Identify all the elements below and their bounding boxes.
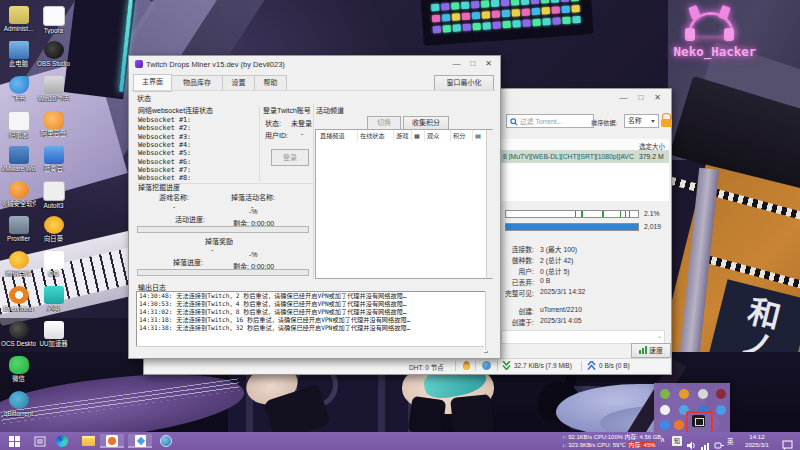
highlighted-tray-icon[interactable]: [692, 415, 705, 427]
minimize-icon[interactable]: —: [452, 59, 460, 69]
desktop-icon-lanzou[interactable]: 蓝奏云: [36, 146, 71, 172]
usb-icon[interactable]: [714, 436, 724, 450]
tray-icon-4[interactable]: [660, 405, 670, 415]
desktop-icon-obs[interactable]: OBS Studio: [36, 41, 71, 67]
minimize-to-tray-button[interactable]: 窗口最小化: [434, 75, 494, 91]
desktop-icon-typora[interactable]: Typora: [36, 6, 71, 34]
maximize-icon[interactable]: □: [638, 93, 643, 103]
clock-date: 2025/3/1: [737, 441, 777, 449]
typora-icon: [43, 6, 65, 26]
desktop-icon-everything[interactable]: Everything: [1, 286, 36, 312]
desktop-icon-aliyun[interactable]: 阿里云盘: [36, 111, 71, 137]
desktop-icon-label: OCS Desktop: [1, 340, 36, 347]
desktop-icon-label: Everything: [1, 305, 36, 312]
campaign-pct: -%: [249, 208, 258, 215]
ocs-icon: [9, 321, 29, 339]
windows-icon: [44, 76, 64, 94]
channel-col-0[interactable]: 直播频道: [318, 130, 358, 141]
desktop-icon-windows[interactable]: Win10激活: [36, 76, 71, 102]
utorrent-icon[interactable]: [100, 434, 124, 448]
tray-overflow-flyout[interactable]: [654, 383, 730, 432]
action-center-icon[interactable]: [782, 436, 793, 450]
desktop-icon-wechat[interactable]: 微信: [1, 356, 36, 382]
explorer-icon[interactable]: [76, 434, 100, 448]
stat-value: 2025/3/1 4:05: [540, 317, 582, 324]
qq-icon: [44, 251, 64, 269]
tray-icon-7[interactable]: [716, 405, 726, 415]
websocket-status-line: Websocket #5:: [138, 149, 191, 157]
channel-col-5[interactable]: 积分: [451, 130, 473, 141]
drop-progress-label: 掉落进度:: [173, 257, 203, 267]
volume-icon[interactable]: [687, 436, 697, 450]
lang-indicator[interactable]: 英: [727, 436, 734, 446]
tray-icon-9[interactable]: [674, 420, 684, 430]
dev-app-icon[interactable]: [154, 434, 178, 448]
sort-dropdown[interactable]: 名称: [624, 114, 659, 128]
channel-col-1[interactable]: 在线状态: [358, 130, 394, 141]
tray-icon-2[interactable]: [698, 389, 708, 399]
taskbar[interactable]: ↑: 92.1KB/s CPU:100% 内存: 4.56 GB ↓: 323.…: [0, 432, 800, 450]
desktop-icon-proxifier[interactable]: Proxifier: [1, 216, 36, 242]
desktop-icon-qbittorrent[interactable]: qBittorrent: [1, 391, 36, 417]
edge-icon[interactable]: [50, 434, 74, 448]
desktop-icon-sunflower[interactable]: 向日葵: [36, 216, 71, 242]
collect-points-button[interactable]: 收集积分: [403, 116, 449, 130]
reward-value: -: [211, 246, 213, 253]
tab-1[interactable]: 物品库存: [171, 75, 223, 91]
tab-2[interactable]: 设置: [222, 75, 255, 91]
close-icon[interactable]: ✕: [654, 93, 661, 103]
tab-3[interactable]: 帮助: [254, 75, 287, 91]
lanzou-icon: [44, 146, 64, 164]
desktop-icon-label: 火绒安全软件: [1, 200, 36, 207]
tdm-app-icon[interactable]: [128, 434, 152, 448]
maximize-icon[interactable]: □: [470, 59, 475, 69]
torrent-filter-input[interactable]: 过滤 Torrent...: [506, 114, 594, 128]
sort-label: 排序依据:: [591, 118, 617, 127]
close-icon[interactable]: ✕: [485, 59, 492, 69]
desktop-icon-qq[interactable]: QQ: [36, 251, 71, 277]
tray-icon-1[interactable]: [679, 389, 689, 399]
channels-table[interactable]: 直播频道在线状态游戏▦观众积分▤: [315, 129, 493, 279]
log-hscrollbar[interactable]: [136, 346, 484, 353]
desktop-icon-folder[interactable]: Administ...: [1, 6, 36, 32]
desktop-icon-label: AutoIt3: [36, 202, 71, 209]
huorong-icon: [9, 181, 29, 199]
task-view-button[interactable]: [28, 434, 52, 448]
channels-scrollbar[interactable]: [486, 130, 493, 278]
desktop-icon-huorong[interactable]: 火绒安全软件: [1, 181, 36, 207]
desktop-icon-bijian[interactable]: 必剪: [36, 286, 71, 312]
log-output[interactable]: 14:30:48: 无法连接到Twitch，2 秒后重试，请确保已经开启VPN或…: [136, 291, 488, 353]
traffic-monitor[interactable]: ↑: 92.1KB/s CPU:100% 内存: 4.56 GB ↓: 323.…: [562, 433, 656, 449]
desktop-icon-notepad[interactable]: 记事本: [1, 111, 36, 139]
channel-col-4[interactable]: 观众: [425, 130, 451, 141]
desktop-icon-vmware[interactable]: VMware Workstat...: [1, 146, 36, 172]
minimize-icon[interactable]: —: [619, 93, 627, 103]
login-button[interactable]: 登录: [271, 149, 309, 166]
ime-icon[interactable]: 知: [672, 436, 682, 446]
lock-icon[interactable]: [661, 113, 672, 127]
desktop-icon-autoit[interactable]: AutoIt3: [36, 181, 71, 209]
stat-value: uTorrent/2210: [540, 306, 582, 313]
tray-icon-3[interactable]: [716, 389, 726, 399]
globe-icon[interactable]: [482, 361, 491, 370]
reward-label: 掉落奖励: [205, 236, 233, 246]
desktop-icon-label: 必剪: [36, 305, 71, 312]
tdm-window[interactable]: Twitch Drops Miner v15.dev (by Devil023)…: [128, 55, 501, 359]
tray-icon-8[interactable]: [660, 420, 670, 430]
desktop-icon-uu[interactable]: UU加速器: [36, 321, 71, 347]
channel-col-2[interactable]: 游戏: [394, 130, 412, 141]
desktop-icon-meeting[interactable]: 腾讯会议: [1, 251, 36, 277]
taskbar-clock[interactable]: 14:12 2025/3/1: [737, 433, 777, 449]
log-vscrollbar[interactable]: [485, 291, 493, 351]
channel-col-3[interactable]: ▦: [412, 130, 425, 141]
desktop-icon-this-pc[interactable]: 此电脑: [1, 41, 36, 67]
tray-expand-chevron[interactable]: ∧: [660, 436, 665, 444]
start-button[interactable]: [2, 434, 26, 448]
tray-icon-0[interactable]: [660, 389, 670, 399]
flame-icon[interactable]: [463, 361, 470, 370]
speed-tab[interactable]: 速度: [631, 343, 671, 358]
desktop-icon-ocs[interactable]: OCS Desktop: [1, 321, 36, 347]
desktop-icon-feishu[interactable]: 飞书: [1, 76, 36, 102]
network-icon[interactable]: [701, 436, 711, 450]
switch-button[interactable]: 切换: [367, 116, 401, 130]
